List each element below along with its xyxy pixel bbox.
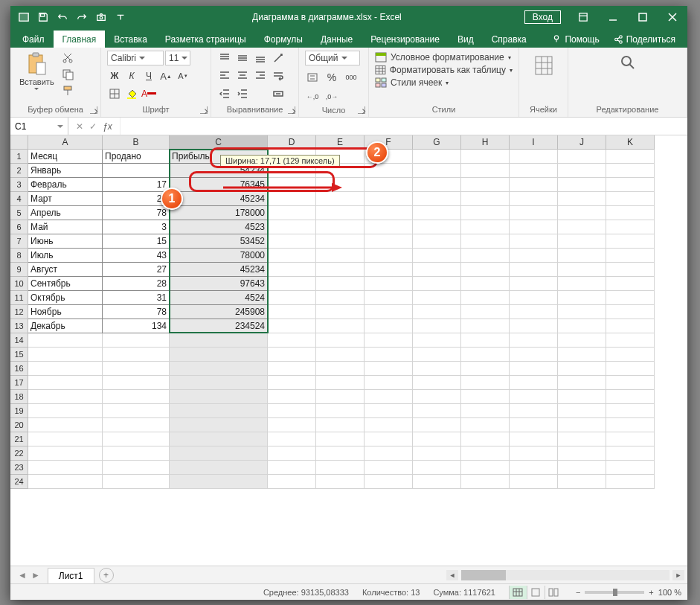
cell[interactable] (316, 178, 365, 192)
cell[interactable] (606, 164, 655, 178)
cell[interactable]: Сентябрь (28, 277, 103, 291)
cell[interactable] (28, 418, 103, 432)
cell[interactable] (413, 263, 461, 277)
cell[interactable] (510, 432, 558, 446)
share-button[interactable]: Поделиться (607, 31, 681, 48)
increase-indent-button[interactable] (235, 86, 250, 101)
cell[interactable] (316, 446, 365, 461)
row-header-5[interactable]: 5 (10, 206, 28, 220)
cell[interactable] (558, 362, 606, 376)
cell[interactable] (28, 333, 103, 348)
row-header-7[interactable]: 7 (10, 234, 28, 249)
cell[interactable] (413, 277, 461, 291)
cell[interactable]: 31 (103, 291, 170, 305)
cell[interactable] (558, 150, 606, 164)
zoom-slider[interactable] (585, 591, 644, 594)
row-header-8[interactable]: 8 (10, 249, 28, 263)
tab-pagelayout[interactable]: Разметка страницы (156, 31, 255, 48)
cell[interactable] (365, 263, 413, 277)
fill-color-button[interactable] (124, 86, 139, 101)
align-bottom-button[interactable] (253, 51, 268, 65)
cell[interactable] (558, 333, 606, 348)
tab-insert[interactable]: Вставка (105, 31, 156, 48)
cell[interactable] (268, 390, 316, 404)
cell[interactable] (28, 348, 103, 362)
cell[interactable] (316, 475, 365, 489)
cell[interactable] (558, 475, 606, 489)
col-header-B[interactable]: B (103, 135, 170, 150)
tab-help[interactable]: Справка (483, 31, 536, 48)
row-header-3[interactable]: 3 (10, 178, 28, 192)
cell[interactable] (558, 319, 606, 333)
cell[interactable] (268, 319, 316, 333)
cell[interactable] (365, 150, 413, 164)
row-header-9[interactable]: 9 (10, 263, 28, 277)
login-button[interactable]: Вход (524, 10, 561, 24)
row-header-10[interactable]: 10 (10, 277, 28, 291)
cell[interactable] (606, 333, 655, 348)
cell[interactable] (510, 446, 558, 461)
normal-view-button[interactable] (509, 586, 527, 599)
cell[interactable]: 245908 (170, 305, 268, 319)
row-header-24[interactable]: 24 (10, 475, 28, 489)
cell[interactable] (461, 362, 510, 376)
cell[interactable] (170, 348, 268, 362)
cell[interactable] (365, 164, 413, 178)
cell[interactable] (461, 475, 510, 489)
cell[interactable] (103, 404, 170, 418)
cell[interactable] (606, 220, 655, 234)
cell[interactable] (558, 404, 606, 418)
cell[interactable] (170, 404, 268, 418)
cell[interactable] (170, 376, 268, 390)
cell[interactable] (413, 249, 461, 263)
cell[interactable] (316, 206, 365, 220)
cell[interactable] (103, 461, 170, 475)
cell[interactable] (268, 263, 316, 277)
cell[interactable] (365, 348, 413, 362)
cell[interactable] (103, 376, 170, 390)
worksheet-area[interactable]: ABCDEFGHIJK1МесяцПроданоПрибыль2Январь54… (10, 135, 687, 566)
cell[interactable] (103, 446, 170, 461)
cell[interactable] (28, 461, 103, 475)
row-header-19[interactable]: 19 (10, 404, 28, 418)
cell[interactable]: Май (28, 220, 103, 234)
cell[interactable] (606, 446, 655, 461)
accounting-button[interactable] (305, 70, 320, 85)
cell[interactable] (606, 305, 655, 319)
sheet-nav-prev[interactable]: ◄ (18, 570, 27, 580)
cell[interactable]: 78 (103, 206, 170, 220)
grow-font-button[interactable]: A▲ (158, 68, 173, 83)
cell[interactable] (510, 376, 558, 390)
cell[interactable] (170, 475, 268, 489)
cell[interactable] (316, 305, 365, 319)
cell[interactable] (558, 206, 606, 220)
borders-button[interactable] (107, 86, 122, 101)
cell[interactable] (28, 404, 103, 418)
cell[interactable] (316, 348, 365, 362)
row-header-6[interactable]: 6 (10, 220, 28, 234)
cell[interactable] (28, 475, 103, 489)
align-center-button[interactable] (235, 68, 250, 83)
cell[interactable]: 4523 (170, 220, 268, 234)
cell[interactable] (365, 192, 413, 206)
paste-button[interactable]: Вставить (16, 51, 57, 92)
cell[interactable] (365, 333, 413, 348)
cell[interactable] (461, 150, 510, 164)
row-header-21[interactable]: 21 (10, 432, 28, 446)
cell[interactable] (268, 348, 316, 362)
cell[interactable]: Август (28, 263, 103, 277)
cell[interactable] (510, 206, 558, 220)
cell[interactable] (28, 376, 103, 390)
cell[interactable] (510, 333, 558, 348)
cell[interactable]: 234524 (170, 319, 268, 333)
cell[interactable] (558, 164, 606, 178)
underline-button[interactable]: Ч (141, 68, 156, 83)
cell[interactable] (316, 333, 365, 348)
cell[interactable] (365, 475, 413, 489)
cell[interactable] (461, 249, 510, 263)
row-header-1[interactable]: 1 (10, 150, 28, 164)
cell[interactable]: Октябрь (28, 291, 103, 305)
align-left-button[interactable] (217, 68, 232, 83)
cell[interactable]: 27 (103, 263, 170, 277)
cell[interactable]: 45234 (170, 263, 268, 277)
